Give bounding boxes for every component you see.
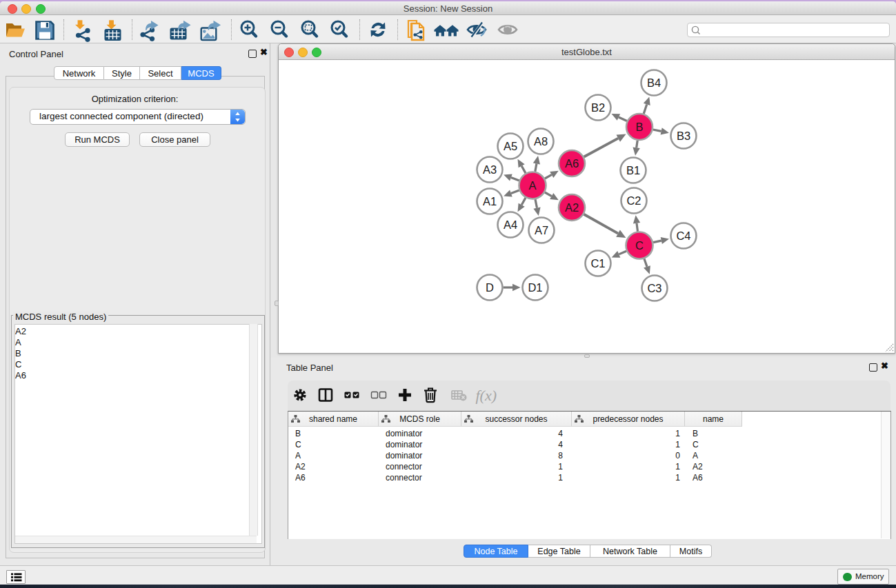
svg-text:B3: B3 [677, 130, 690, 142]
svg-text:A3: A3 [483, 163, 497, 176]
svg-text:B4: B4 [647, 77, 661, 89]
svg-text:B1: B1 [626, 164, 640, 176]
svg-text:A7: A7 [535, 224, 548, 236]
svg-text:C3: C3 [647, 282, 661, 294]
svg-text:A5: A5 [504, 140, 517, 152]
svg-text:A1: A1 [483, 195, 497, 207]
svg-text:D: D [486, 281, 494, 294]
svg-text:A4: A4 [504, 219, 517, 231]
svg-text:C: C [635, 239, 644, 252]
svg-text:C4: C4 [676, 230, 690, 242]
svg-text:C1: C1 [590, 257, 605, 270]
svg-text:D1: D1 [528, 281, 542, 294]
svg-text:A8: A8 [534, 135, 548, 148]
svg-text:B: B [635, 121, 643, 133]
svg-text:B2: B2 [591, 101, 605, 114]
svg-text:A: A [528, 179, 536, 192]
svg-text:A2: A2 [565, 201, 579, 214]
svg-text:C2: C2 [626, 194, 641, 207]
svg-text:A6: A6 [565, 157, 579, 170]
